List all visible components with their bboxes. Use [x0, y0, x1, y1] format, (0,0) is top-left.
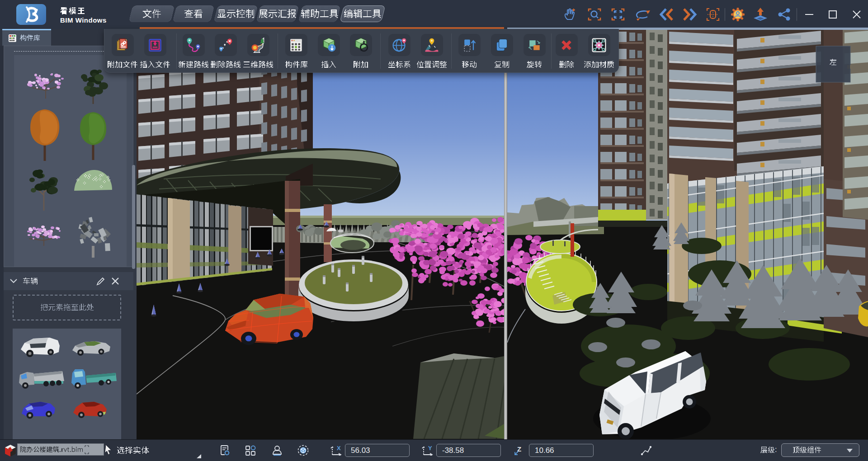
svg-text:X: X [337, 445, 341, 452]
svg-text:Y: Y [428, 445, 432, 452]
